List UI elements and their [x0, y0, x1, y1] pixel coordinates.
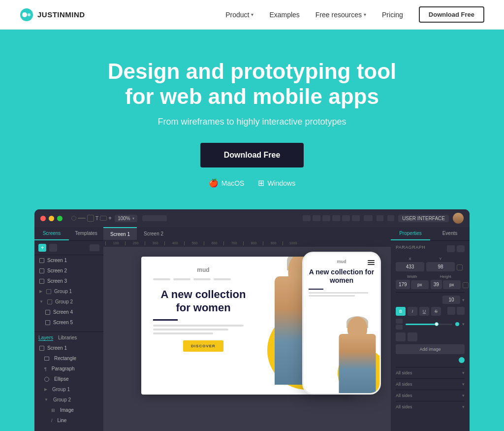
panel-bottom: Layers Libraries Screen 1 Rectangle [34, 332, 103, 426]
y-label: Y [426, 257, 455, 261]
events-tab[interactable]: Events [430, 227, 470, 240]
canvas-ruler: 100 200 300 400 500 600 700 800 900 1000 [103, 240, 391, 247]
phone-model-body [339, 334, 376, 393]
screen-icon [45, 320, 50, 325]
aspect-lock-icon[interactable] [463, 282, 469, 288]
all-sides-label: All sides [396, 370, 412, 375]
align-center-icon[interactable] [457, 307, 465, 315]
apple-icon: 🍎 [209, 178, 219, 188]
screen-item-2[interactable]: Screen 2 [34, 265, 103, 276]
panel-action-button-2[interactable] [49, 244, 57, 252]
properties-icon-btn2[interactable] [457, 245, 465, 252]
color-dot [455, 322, 459, 326]
panel-divider-5 [396, 401, 465, 401]
properties-icon-btn[interactable] [447, 245, 455, 252]
italic-button[interactable]: I [408, 307, 417, 316]
nav-line [173, 278, 190, 280]
layer-group1[interactable]: ▶ Group 1 [34, 384, 103, 395]
templates-tab[interactable]: Templates [69, 227, 103, 240]
ruler-mark: 100 [105, 241, 125, 245]
hero-download-button[interactable]: Download Free [200, 143, 304, 167]
windows-icon: ⊞ [258, 178, 264, 188]
phone-model [335, 324, 379, 393]
properties-tab[interactable]: Properties [391, 227, 430, 240]
x-value[interactable]: 433 [396, 262, 424, 271]
nav-product[interactable]: Product ▾ [225, 11, 253, 19]
minimize-dot [49, 216, 54, 221]
screen-item-5[interactable]: Screen 5 [34, 317, 103, 328]
user-avatar [453, 213, 464, 224]
panel-action-button-3[interactable] [90, 244, 99, 251]
canvas-tab-screen2[interactable]: Screen 2 [137, 227, 170, 240]
toolbar-left: T + 100% ▾ [71, 215, 167, 222]
layer-paragraph[interactable]: ¶ Paragraph [34, 364, 103, 374]
all-sides-row-2: All sides ▾ [396, 382, 465, 387]
chevron-right-icon: ▶ [44, 387, 47, 392]
add-screen-button[interactable]: + [38, 244, 46, 252]
image-icon: ⊞ [51, 408, 55, 413]
product-chevron-icon: ▾ [251, 12, 253, 17]
height-unit[interactable]: px [443, 280, 461, 289]
design-text-line [153, 325, 244, 327]
slider-handle[interactable] [435, 322, 439, 326]
x-field: X 433 [396, 257, 424, 271]
width-unit[interactable]: px [411, 280, 429, 289]
nav-pricing[interactable]: Pricing [382, 11, 403, 19]
screens-tab[interactable]: Screens [34, 227, 69, 240]
screen-item-1[interactable]: Screen 1 [34, 255, 103, 265]
hero-title: Design and prototyping tool for web and … [80, 59, 424, 109]
chevron-down-icon: ▼ [39, 299, 43, 304]
toolbar-right: USER INTERFACE [303, 213, 464, 224]
width-value[interactable]: 179 [396, 280, 410, 289]
left-panel: Screens Templates + Screen 1 Scree [34, 227, 103, 431]
group-item-2[interactable]: ▼ Group 2 [34, 297, 103, 307]
phone-mockup: mud A new collection for women [302, 252, 381, 395]
panel-divider [396, 292, 465, 293]
grid-icon [396, 325, 403, 330]
layer-rectangle[interactable]: Rectangle [34, 353, 103, 364]
layer-group2[interactable]: ▼ Group 2 [34, 395, 103, 405]
y-value[interactable]: 98 [426, 262, 455, 271]
screen-item-4[interactable]: Screen 4 [34, 307, 103, 317]
opacity-slider[interactable] [406, 324, 452, 325]
all-sides-label: All sides [396, 382, 412, 387]
layer-image[interactable]: ⊞ Image [34, 405, 103, 415]
canvas-area: Screen 1 Screen 2 100 200 300 400 500 60… [103, 227, 391, 431]
logo-area[interactable]: JUSTINMIND [20, 8, 85, 22]
nav-download-button[interactable]: Download Free [419, 6, 484, 23]
layer-ellipse[interactable]: Ellipse [34, 374, 103, 384]
nav-examples[interactable]: Examples [269, 11, 299, 19]
all-sides-label: All sides [396, 393, 412, 398]
ui-label[interactable]: USER INTERFACE [398, 215, 449, 222]
libraries-tab[interactable]: Libraries [58, 335, 77, 341]
ruler-mark: 800 [243, 241, 263, 245]
chevron-down-icon: ▾ [462, 370, 465, 375]
right-panel-tabs: Properties Events [391, 227, 470, 241]
chevron-down-icon: ▾ [462, 393, 465, 398]
group-item-1[interactable]: ▶ Group 1 [34, 286, 103, 297]
lock-icon[interactable] [457, 265, 463, 270]
panel-bottom-tabs: Layers Libraries [34, 335, 103, 341]
underline-button[interactable]: U [419, 307, 429, 316]
list-icon [396, 319, 403, 324]
design-discover-button[interactable]: DISCOVER [183, 340, 223, 352]
phone-content: mud A new collection for women [304, 253, 379, 393]
layer-screen1[interactable]: Screen 1 [34, 343, 103, 353]
opacity-value[interactable]: 10 [442, 296, 460, 304]
height-value[interactable]: 39 [431, 280, 442, 289]
nav-free-resources[interactable]: Free resources ▾ [315, 11, 366, 19]
design-headline: A new collection for women [153, 288, 253, 314]
grid-view-button[interactable] [396, 332, 406, 341]
add-image-button[interactable]: Add image [396, 344, 465, 354]
layer-line[interactable]: / Line [34, 415, 103, 426]
ruler-mark: 500 [184, 241, 204, 245]
toolbar-zoom[interactable]: 100% ▾ [115, 215, 137, 222]
layers-tab[interactable]: Layers [38, 335, 53, 341]
list-view-button[interactable] [408, 332, 417, 341]
screen-item-3[interactable]: Screen 3 [34, 276, 103, 286]
align-left-icon[interactable] [447, 307, 455, 315]
strikethrough-button[interactable]: S [431, 307, 441, 316]
ruler-mark: 700 [223, 241, 243, 245]
bold-button[interactable]: B [396, 307, 406, 316]
canvas-tab-screen1[interactable]: Screen 1 [103, 227, 137, 240]
